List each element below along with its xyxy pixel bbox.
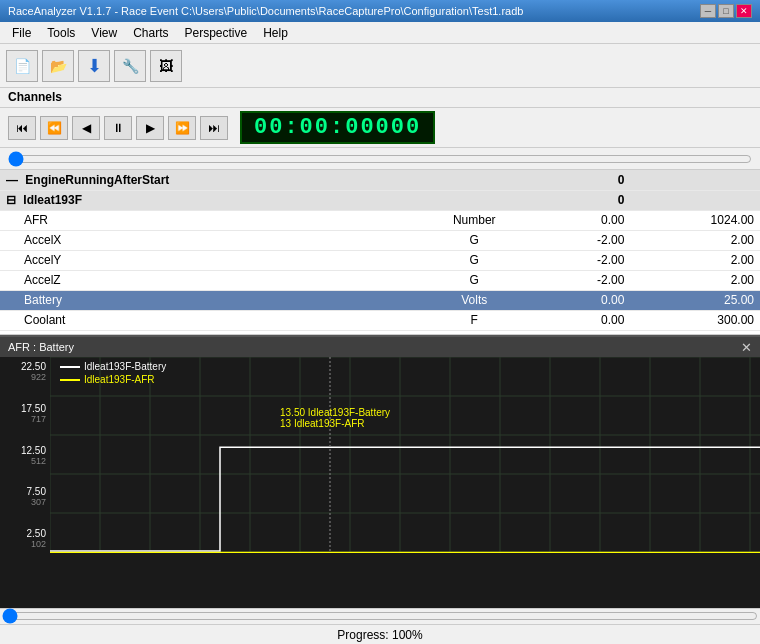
expand-icon: — — [6, 173, 18, 187]
y-label: 22.50 922 — [0, 361, 50, 382]
image-button[interactable]: 🖼 — [150, 50, 182, 82]
chart-close-button[interactable]: ✕ — [741, 340, 752, 355]
legend-label-afr: Idleat193F-AFR — [84, 374, 155, 385]
status-bar: Progress: 100% — [0, 624, 760, 644]
prev-frame-button[interactable]: ◀ — [72, 116, 100, 140]
rewind-button[interactable]: ⏪ — [40, 116, 68, 140]
legend-line-battery — [60, 366, 80, 368]
title-bar: RaceAnalyzer V1.1.7 - Race Event C:\User… — [0, 0, 760, 22]
legend-line-afr — [60, 379, 80, 381]
expand-icon-2: ⊟ — [6, 193, 16, 207]
settings-button[interactable]: 🔧 — [114, 50, 146, 82]
table-row[interactable]: Coolant F 0.00 300.00 — [0, 310, 760, 330]
table-row[interactable]: AFR Number 0.00 1024.00 — [0, 210, 760, 230]
menu-tools[interactable]: Tools — [39, 24, 83, 42]
table-row[interactable]: AccelY G -2.00 2.00 — [0, 250, 760, 270]
group-name-2: Idleat193F — [23, 193, 82, 207]
time-display: 00:00:00000 — [240, 111, 435, 144]
chart-scrollbar[interactable] — [0, 608, 760, 622]
y-label: 17.50 717 — [0, 403, 50, 424]
slider-section — [0, 148, 760, 170]
group-name: EngineRunningAfterStart — [25, 173, 169, 187]
menu-view[interactable]: View — [83, 24, 125, 42]
download-icon: ⬇ — [87, 55, 102, 77]
data-table-section[interactable]: — EngineRunningAfterStart 0 ⊟ Idleat193F… — [0, 170, 760, 335]
status-text: Progress: 100% — [337, 628, 422, 642]
chart-section: AFR : Battery ✕ 22.50 922 17.50 717 12.5… — [0, 335, 760, 608]
legend-item: Idleat193F-Battery — [60, 361, 166, 372]
y-label: 12.50 512 — [0, 445, 50, 466]
minimize-button[interactable]: ─ — [700, 4, 716, 18]
skip-to-end-button[interactable]: ⏭ — [200, 116, 228, 140]
menu-file[interactable]: File — [4, 24, 39, 42]
chart-title-bar: AFR : Battery ✕ — [0, 337, 760, 357]
channel-table: — EngineRunningAfterStart 0 ⊟ Idleat193F… — [0, 170, 760, 335]
play-button[interactable]: ▶ — [136, 116, 164, 140]
channels-label: Channels — [8, 90, 62, 104]
image-icon: 🖼 — [159, 58, 173, 74]
open-icon: 📂 — [50, 58, 67, 74]
fast-forward-button[interactable]: ⏩ — [168, 116, 196, 140]
chart-scroll-slider[interactable] — [2, 611, 758, 621]
chart-canvas-wrapper: 22.50 922 17.50 717 12.50 512 7.50 307 2… — [0, 357, 760, 553]
y-axis: 22.50 922 17.50 717 12.50 512 7.50 307 2… — [0, 357, 50, 553]
maximize-button[interactable]: □ — [718, 4, 734, 18]
toolbar: 📄 📂 ⬇ 🔧 🖼 — [0, 44, 760, 88]
menu-bar: File Tools View Charts Perspective Help — [0, 22, 760, 44]
chart-canvas — [50, 357, 760, 553]
table-row[interactable]: ⊟ Idleat193F 0 — [0, 190, 760, 210]
chart-title: AFR : Battery — [8, 341, 74, 353]
y-label: 2.50 102 — [0, 528, 50, 549]
chart-legend: Idleat193F-Battery Idleat193F-AFR — [60, 361, 166, 385]
window-controls: ─ □ ✕ — [700, 4, 752, 18]
playback-section: ⏮ ⏪ ◀ ⏸ ▶ ⏩ ⏭ 00:00:00000 — [0, 108, 760, 148]
new-icon: 📄 — [14, 58, 31, 74]
legend-label-battery: Idleat193F-Battery — [84, 361, 166, 372]
skip-to-start-button[interactable]: ⏮ — [8, 116, 36, 140]
table-row[interactable]: AccelZ G -2.00 2.00 — [0, 270, 760, 290]
table-row[interactable]: — EngineRunningAfterStart 0 — [0, 170, 760, 190]
new-button[interactable]: 📄 — [6, 50, 38, 82]
y-label: 7.50 307 — [0, 486, 50, 507]
close-button[interactable]: ✕ — [736, 4, 752, 18]
position-slider[interactable] — [8, 151, 752, 167]
legend-item: Idleat193F-AFR — [60, 374, 166, 385]
pause-button[interactable]: ⏸ — [104, 116, 132, 140]
table-row[interactable]: AccelX G -2.00 2.00 — [0, 230, 760, 250]
menu-help[interactable]: Help — [255, 24, 296, 42]
menu-charts[interactable]: Charts — [125, 24, 176, 42]
menu-perspective[interactable]: Perspective — [177, 24, 256, 42]
channels-bar: Channels — [0, 88, 760, 108]
table-row[interactable]: Battery Volts 0.00 25.00 — [0, 290, 760, 310]
download-button[interactable]: ⬇ — [78, 50, 110, 82]
open-button[interactable]: 📂 — [42, 50, 74, 82]
title-text: RaceAnalyzer V1.1.7 - Race Event C:\User… — [8, 5, 523, 17]
wrench-icon: 🔧 — [122, 58, 139, 74]
